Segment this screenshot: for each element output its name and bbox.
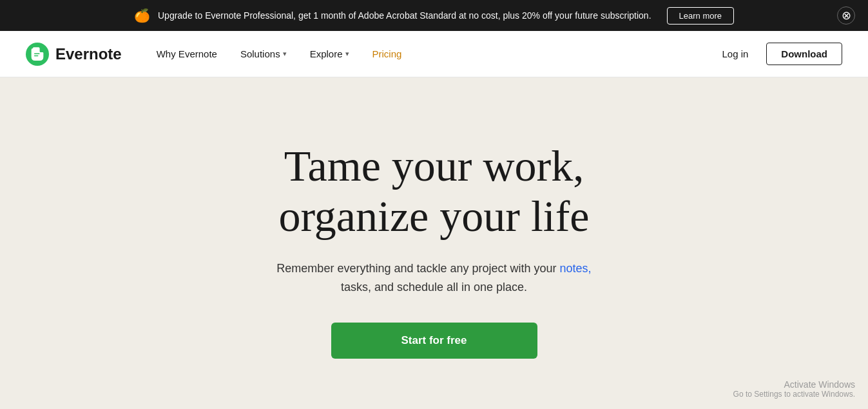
- banner-content: 🍊 Upgrade to Evernote Professional, get …: [134, 7, 734, 25]
- nav-explore-label: Explore: [310, 48, 343, 59]
- learn-more-button[interactable]: Learn more: [667, 7, 734, 25]
- nav-actions: Log in Download: [714, 43, 842, 65]
- login-button[interactable]: Log in: [714, 43, 756, 65]
- banner-text: Upgrade to Evernote Professional, get 1 …: [158, 10, 651, 21]
- evernote-logo-icon: [26, 43, 49, 66]
- start-for-free-button[interactable]: Start for free: [331, 323, 537, 359]
- hero-title: Tame your work, organize your life: [278, 141, 589, 241]
- nav-links: Why Evernote Solutions ▾ Explore ▾ Prici…: [148, 43, 715, 65]
- logo-text: Evernote: [55, 45, 122, 63]
- solutions-chevron-icon: ▾: [283, 50, 287, 58]
- nav-solutions-label: Solutions: [240, 48, 280, 59]
- close-icon: ⊗: [842, 8, 851, 23]
- navbar: Evernote Why Evernote Solutions ▾ Explor…: [0, 31, 868, 77]
- activate-windows-subtitle: Go to Settings to activate Windows.: [733, 390, 855, 399]
- nav-why-evernote[interactable]: Why Evernote: [148, 43, 226, 65]
- hero-title-line2: organize your life: [278, 192, 589, 241]
- hero-section: Tame your work, organize your life Remem…: [0, 77, 868, 409]
- nav-pricing-label: Pricing: [372, 48, 402, 59]
- nav-pricing[interactable]: Pricing: [363, 43, 411, 65]
- promo-icon: 🍊: [134, 8, 150, 23]
- activate-windows-notice: Activate Windows Go to Settings to activ…: [733, 379, 855, 399]
- banner-close-button[interactable]: ⊗: [837, 6, 855, 25]
- nav-solutions[interactable]: Solutions ▾: [231, 43, 296, 65]
- logo-link[interactable]: Evernote: [26, 43, 122, 66]
- hero-subtitle: Remember everything and tackle any proje…: [276, 259, 591, 297]
- explore-chevron-icon: ▾: [345, 50, 349, 58]
- promo-banner: 🍊 Upgrade to Evernote Professional, get …: [0, 0, 868, 31]
- hero-highlight-notes: notes,: [560, 262, 592, 275]
- nav-explore[interactable]: Explore ▾: [301, 43, 358, 65]
- activate-windows-title: Activate Windows: [733, 379, 855, 390]
- hero-title-line1: Tame your work,: [284, 141, 584, 190]
- nav-why-evernote-label: Why Evernote: [157, 48, 217, 59]
- download-button[interactable]: Download: [766, 43, 842, 65]
